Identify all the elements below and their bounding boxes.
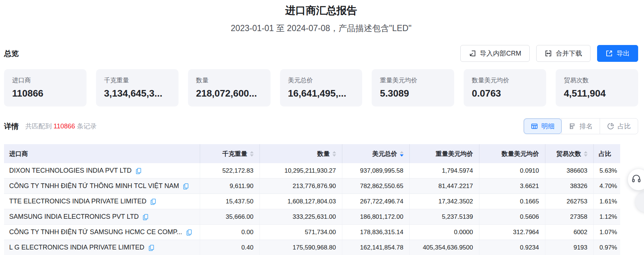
tab-明细[interactable]: 明细 <box>524 119 562 134</box>
cell-kg: 9,611.90 <box>200 179 260 194</box>
summary-card: 贸易次数4,511,904 <box>556 69 638 106</box>
export-icon <box>606 50 613 57</box>
cell-usd: 782,862,550.65 <box>342 179 409 194</box>
copy-icon[interactable] <box>186 229 192 236</box>
tab-占比[interactable]: 占比 <box>600 119 638 134</box>
cell-kg: 0.00 <box>200 225 260 240</box>
column-header-qty[interactable]: 数量 <box>260 144 342 163</box>
toolbar-actions: 导入内部CRM合并下载导出 <box>460 45 638 62</box>
cell-usd_per_qty: 0.0910 <box>479 163 545 179</box>
cell-importer: TTE ELECTRONICS INDIA PRIVATE LIMITED <box>4 194 200 209</box>
cell-kg: 0.40 <box>200 240 260 255</box>
page-title: 进口商汇总报告 <box>4 4 638 18</box>
cell-share: 5.63% <box>593 163 620 179</box>
importer-table: 进口商千克重量数量美元总价重量美元均价数量美元均价贸易次数占比 DIXON TE… <box>4 144 620 255</box>
card-label: 千克重量 <box>104 76 170 85</box>
importer-name: TTE ELECTRONICS INDIA PRIVATE LIMITED <box>9 198 146 205</box>
cell-trades: 9193 <box>545 240 593 255</box>
cell-share: 1.61% <box>593 194 620 209</box>
card-value: 4,511,904 <box>564 88 630 99</box>
column-label: 数量美元均价 <box>502 150 539 158</box>
column-header-usd[interactable]: 美元总价 <box>342 144 409 163</box>
customer-service-button[interactable] <box>628 169 644 190</box>
cell-importer: SAMSUNG INDIA ELECTRONICS PVT LTD <box>4 209 200 225</box>
cell-usd_per_kg: 405,354,636.9500 <box>409 240 479 255</box>
cell-importer: DIXON TECHNOLOGIES INDIA PVT LTD <box>4 163 200 179</box>
copy-icon[interactable] <box>183 183 189 190</box>
details-bar: 详情 共匹配到 110866 条记录 明细排名占比 <box>4 118 638 134</box>
table-row: TTE ELECTRONICS INDIA PRIVATE LIMITED15,… <box>4 194 620 209</box>
match-prefix: 共匹配到 <box>25 123 52 130</box>
column-label: 占比 <box>599 150 611 158</box>
view-tabs: 明细排名占比 <box>523 118 638 134</box>
summary-card: 重量美元均价5.3089 <box>372 69 454 106</box>
sort-carets-icon[interactable] <box>250 151 254 157</box>
copy-icon[interactable] <box>142 214 149 220</box>
copy-icon[interactable] <box>148 244 155 251</box>
sort-carets-icon[interactable] <box>332 151 336 157</box>
card-label: 重量美元均价 <box>380 76 446 85</box>
summary-card: 美元总价16,641,495,... <box>280 69 363 106</box>
column-header-importer: 进口商 <box>4 144 200 163</box>
sort-carets-icon[interactable] <box>584 151 588 157</box>
cell-usd_per_kg: 5,237.5139 <box>409 209 479 225</box>
cell-share: 1.07% <box>593 225 620 240</box>
cell-trades: 6002 <box>545 225 593 240</box>
column-header-usd_per_qty: 数量美元均价 <box>479 144 545 163</box>
cell-importer: CÔNG TY TNHH ĐIỆN TỬ THÔNG MINH TCL VIỆT… <box>4 179 200 194</box>
cell-importer: L G ELECTRONICS INDIA PRIVATE LIMITED <box>4 240 200 255</box>
table-row: SAMSUNG INDIA ELECTRONICS PVT LTD35,666.… <box>4 209 620 225</box>
merge-download-icon <box>545 50 552 57</box>
card-label: 进口商 <box>12 76 78 85</box>
merge-download-button[interactable]: 合并下载 <box>536 45 590 62</box>
column-header-kg[interactable]: 千克重量 <box>200 144 260 163</box>
cell-kg: 522,172.83 <box>200 163 260 179</box>
card-value: 16,641,495,... <box>288 88 354 99</box>
importer-name: SAMSUNG INDIA ELECTRONICS PVT LTD <box>9 213 139 221</box>
cell-trades: 262753 <box>545 194 593 209</box>
details-heading: 详情 <box>4 121 19 131</box>
card-label: 数量美元均价 <box>472 76 538 85</box>
copy-icon[interactable] <box>135 168 142 174</box>
floating-button-secondary[interactable] <box>635 191 644 212</box>
column-header-trades[interactable]: 贸易次数 <box>545 144 593 163</box>
tab-排名[interactable]: 排名 <box>562 119 600 134</box>
importer-name: DIXON TECHNOLOGIES INDIA PVT LTD <box>9 167 132 175</box>
cell-usd_per_qty: 0.5606 <box>479 209 545 225</box>
cell-trades: 27358 <box>545 209 593 225</box>
card-label: 贸易次数 <box>564 76 630 85</box>
column-label: 千克重量 <box>222 150 247 158</box>
match-count: 110866 <box>54 123 75 130</box>
cell-importer: CÔNG TY TNHH ĐIỆN TỬ SAMSUNG HCMC CE COM… <box>4 225 200 240</box>
tab-label: 明细 <box>541 122 555 131</box>
column-label: 进口商 <box>9 150 28 158</box>
column-header-share: 占比 <box>593 144 620 163</box>
cell-usd_per_kg: 81,447.2217 <box>409 179 479 194</box>
column-header-usd_per_kg: 重量美元均价 <box>409 144 479 163</box>
card-value: 218,072,600... <box>196 88 262 99</box>
cell-usd_per_qty: 0.1665 <box>479 194 545 209</box>
cell-qty: 213,776,876.90 <box>260 179 342 194</box>
cell-usd_per_kg: 1,794.5974 <box>409 163 479 179</box>
importer-name: CÔNG TY TNHH ĐIỆN TỬ SAMSUNG HCMC CE COM… <box>9 228 182 236</box>
sort-carets-icon[interactable] <box>400 151 404 157</box>
cell-usd_per_qty: 0.9234 <box>479 240 545 255</box>
summary-card: 数量美元均价0.0763 <box>464 69 546 106</box>
column-label: 美元总价 <box>372 150 397 158</box>
button-label: 导入内部CRM <box>480 49 521 58</box>
summary-card: 进口商110866 <box>4 69 87 106</box>
ranking-icon <box>569 123 576 130</box>
export-button[interactable]: 导出 <box>597 45 638 62</box>
match-suffix: 条记录 <box>77 123 97 130</box>
card-value: 0.0763 <box>472 88 538 99</box>
cell-usd_per_kg: 0.0000 <box>409 225 479 240</box>
cell-trades: 38326 <box>545 179 593 194</box>
import-crm-button[interactable]: 导入内部CRM <box>460 45 530 62</box>
cell-usd_per_qty: 312.7964 <box>479 225 545 240</box>
cell-usd: 267,722,496.74 <box>342 194 409 209</box>
table-icon <box>531 123 538 130</box>
cell-qty: 571,734.00 <box>260 225 342 240</box>
card-label: 美元总价 <box>288 76 354 85</box>
match-count-text: 共匹配到 110866 条记录 <box>25 122 97 131</box>
copy-icon[interactable] <box>150 198 157 205</box>
